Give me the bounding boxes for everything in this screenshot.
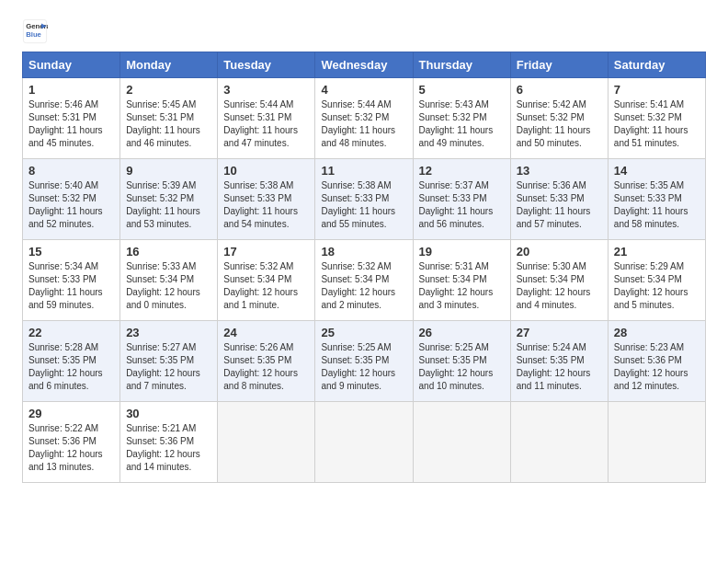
calendar-cell <box>218 402 315 483</box>
calendar-cell: 15Sunrise: 5:34 AM Sunset: 5:33 PM Dayli… <box>23 240 120 321</box>
day-detail: Sunrise: 5:23 AM Sunset: 5:36 PM Dayligh… <box>614 341 700 393</box>
day-detail: Sunrise: 5:22 AM Sunset: 5:36 PM Dayligh… <box>28 422 114 474</box>
day-detail: Sunrise: 5:45 AM Sunset: 5:31 PM Dayligh… <box>126 98 211 150</box>
day-number: 21 <box>614 245 700 259</box>
calendar-cell: 12Sunrise: 5:37 AM Sunset: 5:33 PM Dayli… <box>413 159 510 240</box>
day-number: 4 <box>321 83 406 97</box>
day-number: 27 <box>517 326 602 339</box>
col-header-sunday: Sunday <box>23 52 120 78</box>
calendar-cell: 16Sunrise: 5:33 AM Sunset: 5:34 PM Dayli… <box>120 240 218 321</box>
week-row-1: 1Sunrise: 5:46 AM Sunset: 5:31 PM Daylig… <box>23 78 706 159</box>
calendar-cell: 1Sunrise: 5:46 AM Sunset: 5:31 PM Daylig… <box>23 78 120 159</box>
calendar-cell: 14Sunrise: 5:35 AM Sunset: 5:33 PM Dayli… <box>608 159 705 240</box>
day-number: 26 <box>419 326 505 339</box>
calendar-cell: 8Sunrise: 5:40 AM Sunset: 5:32 PM Daylig… <box>23 159 120 240</box>
day-detail: Sunrise: 5:38 AM Sunset: 5:33 PM Dayligh… <box>223 179 309 231</box>
day-number: 24 <box>223 326 309 339</box>
day-number: 2 <box>126 83 211 97</box>
day-number: 16 <box>126 245 211 259</box>
day-detail: Sunrise: 5:37 AM Sunset: 5:33 PM Dayligh… <box>419 179 505 231</box>
day-number: 1 <box>28 83 114 97</box>
week-row-3: 15Sunrise: 5:34 AM Sunset: 5:33 PM Dayli… <box>23 240 706 321</box>
day-number: 12 <box>419 164 505 178</box>
day-detail: Sunrise: 5:29 AM Sunset: 5:34 PM Dayligh… <box>614 260 700 312</box>
day-detail: Sunrise: 5:32 AM Sunset: 5:34 PM Dayligh… <box>223 260 309 312</box>
calendar-cell: 22Sunrise: 5:28 AM Sunset: 5:35 PM Dayli… <box>23 321 120 402</box>
col-header-thursday: Thursday <box>413 52 510 78</box>
day-detail: Sunrise: 5:31 AM Sunset: 5:34 PM Dayligh… <box>419 260 505 312</box>
svg-text:Blue: Blue <box>26 30 41 39</box>
day-detail: Sunrise: 5:44 AM Sunset: 5:31 PM Dayligh… <box>223 98 309 150</box>
day-detail: Sunrise: 5:43 AM Sunset: 5:32 PM Dayligh… <box>419 98 505 150</box>
day-detail: Sunrise: 5:25 AM Sunset: 5:35 PM Dayligh… <box>321 341 406 393</box>
calendar-cell: 19Sunrise: 5:31 AM Sunset: 5:34 PM Dayli… <box>413 240 510 321</box>
day-number: 5 <box>419 83 505 97</box>
day-detail: Sunrise: 5:32 AM Sunset: 5:34 PM Dayligh… <box>321 260 406 312</box>
day-number: 18 <box>321 245 406 259</box>
calendar-cell: 26Sunrise: 5:25 AM Sunset: 5:35 PM Dayli… <box>413 321 510 402</box>
calendar-cell: 5Sunrise: 5:43 AM Sunset: 5:32 PM Daylig… <box>413 78 510 159</box>
day-number: 3 <box>223 83 309 97</box>
day-number: 20 <box>517 245 602 259</box>
day-detail: Sunrise: 5:30 AM Sunset: 5:34 PM Dayligh… <box>517 260 602 312</box>
week-row-5: 29Sunrise: 5:22 AM Sunset: 5:36 PM Dayli… <box>23 402 706 483</box>
day-detail: Sunrise: 5:35 AM Sunset: 5:33 PM Dayligh… <box>614 179 700 231</box>
col-header-friday: Friday <box>510 52 608 78</box>
day-detail: Sunrise: 5:41 AM Sunset: 5:32 PM Dayligh… <box>614 98 700 150</box>
day-number: 30 <box>126 407 211 420</box>
day-detail: Sunrise: 5:25 AM Sunset: 5:35 PM Dayligh… <box>419 341 505 393</box>
day-detail: Sunrise: 5:26 AM Sunset: 5:35 PM Dayligh… <box>223 341 309 393</box>
day-number: 7 <box>614 83 700 97</box>
day-detail: Sunrise: 5:33 AM Sunset: 5:34 PM Dayligh… <box>126 260 211 312</box>
day-detail: Sunrise: 5:27 AM Sunset: 5:35 PM Dayligh… <box>126 341 211 393</box>
day-detail: Sunrise: 5:38 AM Sunset: 5:33 PM Dayligh… <box>321 179 406 231</box>
logo-icon: General Blue <box>22 18 48 44</box>
day-number: 15 <box>28 245 114 259</box>
day-number: 23 <box>126 326 211 339</box>
calendar-cell <box>315 402 413 483</box>
day-detail: Sunrise: 5:40 AM Sunset: 5:32 PM Dayligh… <box>28 179 114 231</box>
col-header-wednesday: Wednesday <box>315 52 413 78</box>
calendar-cell: 9Sunrise: 5:39 AM Sunset: 5:32 PM Daylig… <box>120 159 218 240</box>
day-number: 19 <box>419 245 505 259</box>
day-number: 6 <box>517 83 602 97</box>
calendar-cell: 30Sunrise: 5:21 AM Sunset: 5:36 PM Dayli… <box>120 402 218 483</box>
day-number: 25 <box>321 326 406 339</box>
calendar-cell: 6Sunrise: 5:42 AM Sunset: 5:32 PM Daylig… <box>510 78 608 159</box>
day-detail: Sunrise: 5:39 AM Sunset: 5:32 PM Dayligh… <box>126 179 211 231</box>
header: General Blue <box>22 18 706 44</box>
calendar-cell: 21Sunrise: 5:29 AM Sunset: 5:34 PM Dayli… <box>608 240 705 321</box>
day-detail: Sunrise: 5:24 AM Sunset: 5:35 PM Dayligh… <box>517 341 602 393</box>
calendar-cell: 23Sunrise: 5:27 AM Sunset: 5:35 PM Dayli… <box>120 321 218 402</box>
day-detail: Sunrise: 5:46 AM Sunset: 5:31 PM Dayligh… <box>28 98 114 150</box>
calendar-cell: 2Sunrise: 5:45 AM Sunset: 5:31 PM Daylig… <box>120 78 218 159</box>
week-row-4: 22Sunrise: 5:28 AM Sunset: 5:35 PM Dayli… <box>23 321 706 402</box>
calendar-cell: 11Sunrise: 5:38 AM Sunset: 5:33 PM Dayli… <box>315 159 413 240</box>
col-header-tuesday: Tuesday <box>218 52 315 78</box>
day-detail: Sunrise: 5:21 AM Sunset: 5:36 PM Dayligh… <box>126 422 211 474</box>
day-detail: Sunrise: 5:28 AM Sunset: 5:35 PM Dayligh… <box>28 341 114 393</box>
day-number: 9 <box>126 164 211 178</box>
day-number: 29 <box>28 407 114 420</box>
day-number: 22 <box>28 326 114 339</box>
calendar-table: SundayMondayTuesdayWednesdayThursdayFrid… <box>22 52 706 483</box>
day-number: 10 <box>223 164 309 178</box>
col-header-monday: Monday <box>120 52 218 78</box>
calendar-cell: 4Sunrise: 5:44 AM Sunset: 5:32 PM Daylig… <box>315 78 413 159</box>
calendar-cell: 13Sunrise: 5:36 AM Sunset: 5:33 PM Dayli… <box>510 159 608 240</box>
calendar-cell: 10Sunrise: 5:38 AM Sunset: 5:33 PM Dayli… <box>218 159 315 240</box>
day-number: 8 <box>28 164 114 178</box>
day-detail: Sunrise: 5:42 AM Sunset: 5:32 PM Dayligh… <box>517 98 602 150</box>
header-row: SundayMondayTuesdayWednesdayThursdayFrid… <box>23 52 706 78</box>
calendar-cell <box>413 402 510 483</box>
calendar-cell: 20Sunrise: 5:30 AM Sunset: 5:34 PM Dayli… <box>510 240 608 321</box>
week-row-2: 8Sunrise: 5:40 AM Sunset: 5:32 PM Daylig… <box>23 159 706 240</box>
calendar-cell: 3Sunrise: 5:44 AM Sunset: 5:31 PM Daylig… <box>218 78 315 159</box>
calendar-cell <box>608 402 705 483</box>
calendar-cell: 28Sunrise: 5:23 AM Sunset: 5:36 PM Dayli… <box>608 321 705 402</box>
col-header-saturday: Saturday <box>608 52 705 78</box>
calendar-cell <box>510 402 608 483</box>
calendar-cell: 29Sunrise: 5:22 AM Sunset: 5:36 PM Dayli… <box>23 402 120 483</box>
day-number: 14 <box>614 164 700 178</box>
calendar-cell: 17Sunrise: 5:32 AM Sunset: 5:34 PM Dayli… <box>218 240 315 321</box>
